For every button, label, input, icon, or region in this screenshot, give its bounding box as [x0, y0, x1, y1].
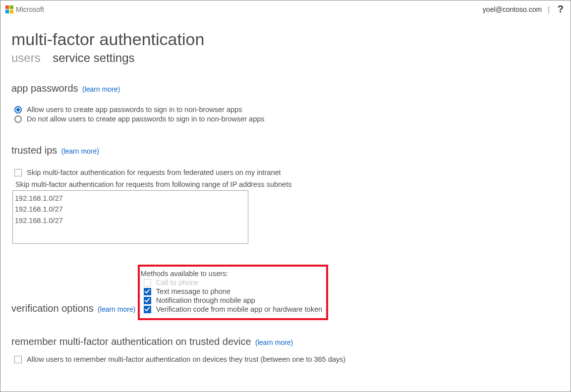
ip-range-label: Skip multi-factor authentication for req… [15, 180, 559, 188]
tab-users[interactable]: users [11, 51, 41, 64]
checkbox-remember-mfa[interactable] [14, 356, 22, 363]
app-passwords-title: app passwords [11, 83, 78, 94]
method-text-row[interactable]: Text message to phone [144, 287, 322, 295]
header-bar: Microsoft yoel@contoso.com | ? [0, 0, 571, 17]
svg-rect-0 [5, 5, 9, 9]
section-app-passwords: app passwords (learn more) Allow users t… [11, 74, 559, 123]
svg-rect-2 [5, 9, 9, 13]
section-trusted-ips: trusted ips (learn more) Skip multi-fact… [11, 136, 559, 246]
verification-options-title: verification options [11, 303, 94, 314]
remember-mfa-learn-more-link[interactable]: (learn more) [255, 338, 293, 346]
checkbox-call-to-phone [144, 279, 151, 286]
user-area: yoel@contoso.com | ? [483, 3, 566, 15]
svg-rect-1 [10, 5, 13, 9]
remember-allow-label: Allow users to remember multi-factor aut… [27, 355, 345, 363]
microsoft-logo-icon [5, 5, 13, 13]
skip-federated-row[interactable]: Skip multi-factor authentication for req… [14, 168, 559, 176]
method-call-label: Call to phone [156, 279, 198, 286]
radio-allow-app-passwords[interactable] [14, 106, 22, 113]
divider: | [548, 5, 550, 13]
radio-allow-label: Allow users to create app passwords to s… [27, 106, 242, 113]
tab-bar: users service settings [11, 51, 559, 65]
page-title: multi-factor authentication [11, 30, 559, 49]
tab-service-settings[interactable]: service settings [53, 51, 134, 64]
app-passwords-deny-row[interactable]: Do not allow users to create app passwor… [14, 115, 559, 123]
ip-subnets-textarea[interactable] [12, 190, 248, 244]
radio-deny-label: Do not allow users to create app passwor… [27, 115, 265, 123]
checkbox-notification-app[interactable] [144, 297, 151, 304]
trusted-ips-title: trusted ips [11, 145, 57, 156]
app-window: Microsoft yoel@contoso.com | ? multi-fac… [0, 0, 571, 392]
verification-methods-highlight: Methods available to users: Call to phon… [138, 265, 328, 320]
checkbox-text-to-phone[interactable] [144, 288, 151, 295]
svg-rect-3 [10, 9, 13, 13]
trusted-ips-learn-more-link[interactable]: (learn more) [61, 147, 99, 155]
section-verification-options: verification options (learn more) Method… [11, 258, 559, 320]
app-passwords-learn-more-link[interactable]: (learn more) [82, 85, 120, 93]
section-remember-mfa: remember multi-factor authentication on … [11, 327, 559, 363]
method-text-label: Text message to phone [156, 287, 230, 295]
remember-allow-row[interactable]: Allow users to remember multi-factor aut… [14, 355, 559, 363]
method-notification-row[interactable]: Notification through mobile app [144, 296, 322, 304]
brand: Microsoft [5, 5, 44, 13]
user-email[interactable]: yoel@contoso.com [483, 5, 542, 13]
method-code-row[interactable]: Verification code from mobile app or har… [144, 305, 322, 313]
method-code-label: Verification code from mobile app or har… [156, 305, 322, 313]
verification-options-learn-more-link[interactable]: (learn more) [98, 305, 135, 313]
methods-available-label: Methods available to users: [141, 270, 322, 278]
brand-text: Microsoft [16, 5, 44, 13]
content-area: multi-factor authentication users servic… [0, 17, 571, 363]
help-icon[interactable]: ? [556, 3, 566, 15]
app-passwords-allow-row[interactable]: Allow users to create app passwords to s… [14, 106, 559, 113]
radio-deny-app-passwords[interactable] [14, 115, 22, 123]
checkbox-skip-federated-label: Skip multi-factor authentication for req… [27, 168, 281, 176]
method-call-row: Call to phone [144, 279, 322, 286]
method-notification-label: Notification through mobile app [156, 296, 255, 304]
checkbox-skip-federated[interactable] [14, 169, 22, 176]
remember-mfa-title: remember multi-factor authentication on … [11, 336, 251, 347]
checkbox-verification-code[interactable] [144, 306, 151, 313]
